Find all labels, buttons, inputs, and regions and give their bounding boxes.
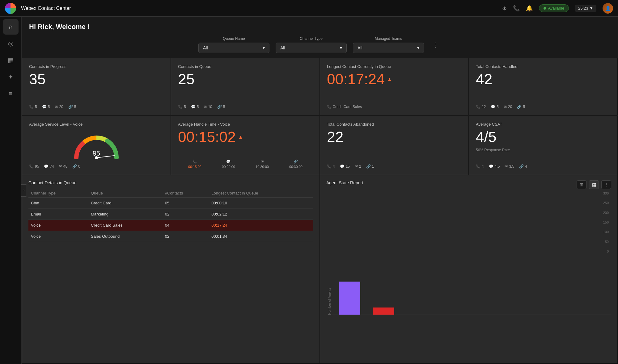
bottom-section: Contact Details in Queue Channel Type Qu… — [22, 175, 618, 364]
time-badge[interactable]: 25:23 ▼ — [575, 5, 596, 12]
managed-teams-select[interactable]: All ▾ — [353, 43, 424, 53]
social-icon: 🔗 — [68, 105, 73, 109]
chart-view-button[interactable]: ▦ — [589, 180, 599, 189]
content-header: Hi Rick, Welcome ! — [22, 17, 618, 34]
avg-csat-title: Average CSAT — [476, 122, 611, 127]
email-icon: ✉ — [55, 105, 58, 109]
email-stat: ✉ 20 — [55, 105, 63, 109]
social-icon-tch: 🔗 — [517, 105, 522, 109]
chat-val-tca: 15 — [346, 164, 350, 169]
bar-group-2 — [373, 308, 394, 315]
longest-contact-value: 00:17:24 — [327, 71, 385, 88]
phone-stat-csat: 📞 4 — [476, 164, 484, 169]
contacts-in-queue-value: 25 — [178, 71, 313, 88]
y-label-150: 150 — [603, 220, 609, 224]
sidebar-item-star[interactable]: ✦ — [3, 69, 19, 85]
row-channel: Voice — [28, 231, 88, 242]
contact-details-table: Channel Type Queue #Contacts Longest Con… — [28, 189, 313, 242]
contacts-in-progress-title: Contacts in Progress — [29, 64, 164, 69]
longest-contact-value-row: 00:17:24 ▲ — [327, 71, 462, 88]
contacts-in-queue-icons: 📞 5 💬 5 ✉ 10 🔗 5 — [178, 105, 313, 109]
time-chevron: ▼ — [589, 6, 593, 10]
available-badge[interactable]: Available — [539, 4, 569, 12]
row-longest: 00:02:12 — [209, 209, 313, 220]
agent-state-more-button[interactable]: ⋮ — [601, 180, 611, 189]
chat-stat-tca: 💬 15 — [340, 164, 350, 169]
bell-icon[interactable]: 🔔 — [526, 5, 533, 12]
chat-val-csat: 4.5 — [495, 164, 500, 169]
phone-val: 5 — [35, 105, 37, 109]
available-label: Available — [548, 6, 564, 10]
phone-icon: 📞 — [29, 105, 34, 109]
table-row: Voice Sales Outbound 02 00:01:34 — [28, 231, 313, 242]
social-icon-asl: 🔗 — [72, 164, 77, 169]
phone-val-tca: 4 — [333, 164, 335, 169]
row-queue-alert: Credit Card Sales — [88, 220, 163, 231]
queue-name-text: Credit Card Sales — [332, 105, 362, 109]
agent-state-card: Agent State Report ⊞ ▦ ⋮ Number of Agent… — [320, 175, 617, 363]
row-queue: Credit Card — [88, 198, 163, 209]
chart-bars — [332, 253, 611, 315]
social-stat-tca: 🔗 1 — [366, 164, 374, 169]
total-contacts-handled-icons: 📞 12 💬 5 ✉ 20 🔗 5 — [476, 105, 611, 109]
phone-icon[interactable]: 📞 — [513, 5, 520, 12]
chat-handle-val: 00:20:00 — [222, 165, 235, 169]
queue-name-select[interactable]: All ▾ — [198, 43, 269, 53]
channel-type-filter: Channel Type All ▾ — [276, 36, 347, 53]
email-val-tca: 2 — [359, 164, 361, 169]
main-layout: ⌂ ◎ ▦ ✦ ≡ › Hi Rick, Welcome ! Queue Nam… — [0, 17, 618, 364]
table-row: Chat Credit Card 05 00:00:10 — [28, 198, 313, 209]
chat-val: 5 — [48, 105, 50, 109]
webex-icon[interactable]: ⊛ — [502, 5, 507, 12]
available-dot — [544, 7, 546, 10]
social-val-tca: 1 — [372, 164, 374, 169]
chat-handle: 💬 00:20:00 — [222, 160, 235, 169]
managed-teams-filter: Managed Teams All ▾ — [353, 36, 424, 53]
agent-state-controls: ⊞ ▦ ⋮ — [577, 180, 611, 189]
chat-stat-tch: 💬 5 — [491, 105, 499, 109]
social-val-q: 5 — [223, 105, 225, 109]
sidebar-item-contacts[interactable]: ◎ — [3, 36, 19, 51]
channel-type-chevron: ▾ — [340, 45, 342, 50]
queue-name-chevron: ▾ — [263, 45, 265, 50]
chart-y-labels: 300 250 200 150 100 50 0 — [332, 191, 611, 253]
gauge-svg: 95 — [72, 132, 121, 159]
row-contacts: 02 — [163, 209, 209, 220]
email-icon-csat: ✉ — [505, 164, 508, 169]
longest-contact-title: Longest Contact Currently in Queue — [327, 64, 462, 69]
chat-handle-icon: 💬 — [226, 160, 231, 164]
y-label-300: 300 — [603, 191, 609, 195]
contacts-in-progress-icons: 📞 5 💬 5 ✉ 20 🔗 5 — [29, 105, 164, 109]
row-channel: Chat — [28, 198, 88, 209]
topbar: Webex Contact Center ⊛ 📞 🔔 Available 25:… — [0, 0, 618, 17]
channel-type-select[interactable]: All ▾ — [276, 43, 347, 53]
chat-stat: 💬 5 — [42, 105, 50, 109]
avg-service-level-icons: 📞 95 💬 74 ✉ 48 🔗 0 — [29, 164, 164, 169]
managed-teams-label: Managed Teams — [353, 36, 424, 41]
grid-view-button[interactable]: ⊞ — [577, 180, 586, 189]
alert-triangle-ht: ▲ — [238, 134, 243, 140]
y-label-200: 200 — [603, 211, 609, 215]
y-label-0: 0 — [607, 249, 609, 253]
user-avatar[interactable]: 👤 — [603, 3, 613, 14]
row-longest: 00:01:34 — [209, 231, 313, 242]
total-contacts-abandoned-card: Total Contacts Abandoned 22 📞 4 💬 15 ✉ 2 — [320, 116, 468, 175]
alert-triangle-icon: ▲ — [387, 77, 392, 82]
agent-state-title: Agent State Report — [326, 180, 363, 185]
sidebar-collapse-button[interactable]: › — [21, 184, 27, 197]
filter-more-button[interactable]: ⋮ — [430, 39, 441, 51]
total-contacts-abandoned-value: 22 — [327, 129, 462, 145]
topbar-icons: ⊛ 📞 🔔 Available 25:23 ▼ 👤 — [502, 3, 613, 14]
avg-handle-time-title: Average Handle Time - Voice — [178, 122, 313, 127]
filters-bar: Queue Name All ▾ Channel Type All ▾ Mana… — [22, 34, 618, 58]
contacts-in-queue-title: Contacts in Queue — [178, 64, 313, 69]
agent-state-header: Agent State Report ⊞ ▦ ⋮ — [326, 180, 611, 189]
sidebar-item-chart[interactable]: ▦ — [3, 52, 19, 68]
phone-icon-lc: 📞 — [327, 105, 332, 109]
phone-stat-q: 📞 5 — [178, 105, 186, 109]
sidebar-item-menu[interactable]: ≡ — [3, 86, 19, 101]
chat-stat-csat: 💬 4.5 — [489, 164, 500, 169]
webex-logo — [5, 3, 16, 14]
table-row: Email Marketing 02 00:02:12 — [28, 209, 313, 220]
sidebar-item-home[interactable]: ⌂ — [3, 19, 19, 35]
